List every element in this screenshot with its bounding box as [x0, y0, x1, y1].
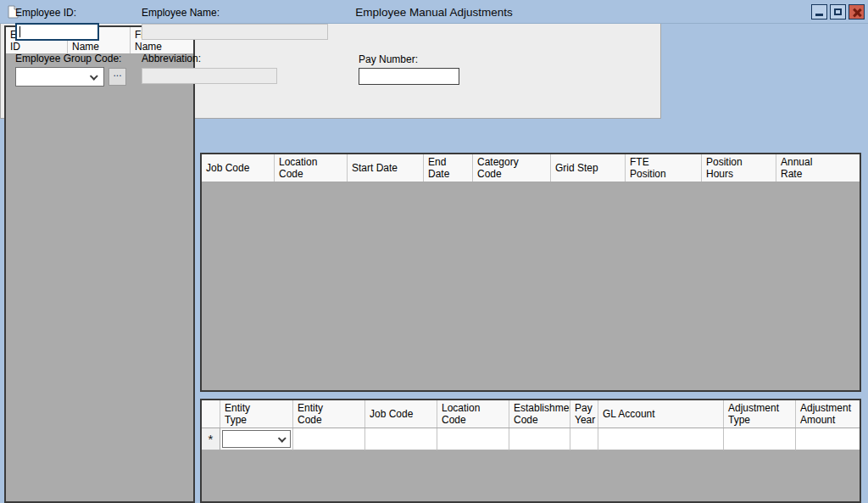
cell-gl-account[interactable] — [598, 428, 724, 450]
cell-establishment-code[interactable] — [509, 428, 570, 450]
column-header-start-date[interactable]: Start Date — [348, 154, 424, 182]
adjustments-grid-panel: Entity Type Entity Code Job Code Locatio… — [200, 399, 861, 503]
employee-id-input[interactable] — [15, 23, 99, 41]
employee-name-label: Employee Name: — [142, 7, 220, 19]
column-header-pay-year[interactable]: Pay Year — [570, 400, 598, 428]
pay-number-label: Pay Number: — [359, 53, 418, 65]
cell-entity-code[interactable] — [293, 428, 365, 450]
positions-grid-panel: Job Code Location Code Start Date End Da… — [200, 153, 861, 392]
titlebar[interactable]: Employee Manual Adjustments — [0, 0, 868, 24]
employee-id-label: Employee ID: — [15, 7, 76, 19]
column-header-job-code[interactable]: Job Code — [365, 400, 437, 428]
abbreviation-input — [142, 68, 277, 84]
close-button[interactable] — [849, 4, 865, 20]
employee-list-panel: Employee ID Last Name First Name — [4, 25, 195, 503]
column-header-category-code[interactable]: Category Code — [473, 154, 551, 182]
cell-entity-type — [220, 428, 293, 450]
column-header-job-code[interactable]: Job Code — [202, 154, 275, 182]
column-header-entity-type[interactable]: Entity Type — [220, 400, 293, 428]
pay-number-input[interactable] — [359, 68, 459, 85]
maximize-button[interactable] — [830, 4, 846, 20]
column-header-establishment-code[interactable]: Establishment Code — [509, 400, 570, 428]
column-header-gl-account[interactable]: GL Account — [598, 400, 724, 428]
adjustments-grid-header: Entity Type Entity Code Job Code Locatio… — [202, 400, 860, 428]
cell-pay-year[interactable] — [570, 428, 598, 450]
cell-adjustment-amount[interactable] — [796, 428, 860, 450]
employee-name-input — [142, 24, 328, 40]
column-header-position-hours[interactable]: Position Hours — [702, 154, 776, 182]
window-title: Employee Manual Adjustments — [0, 0, 868, 24]
column-header-end-date[interactable]: End Date — [424, 154, 473, 182]
column-header-location-code[interactable]: Location Code — [437, 400, 509, 428]
window-controls — [811, 4, 865, 20]
text-caret — [19, 26, 20, 37]
employee-group-code-select[interactable] — [15, 67, 104, 87]
employee-group-code-label: Employee Group Code: — [15, 53, 121, 64]
minimize-icon — [815, 14, 823, 16]
chevron-down-icon — [278, 434, 287, 443]
cell-job-code[interactable] — [365, 428, 437, 450]
minimize-button[interactable] — [811, 4, 827, 20]
cell-location-code[interactable] — [437, 428, 509, 450]
column-header-location-code[interactable]: Location Code — [275, 154, 348, 182]
new-row-indicator[interactable]: * — [202, 428, 220, 450]
cell-adjustment-type[interactable] — [724, 428, 796, 450]
column-header-row-selector — [202, 400, 220, 428]
new-adjustment-row: * — [202, 428, 860, 450]
chevron-down-icon — [90, 72, 98, 81]
column-header-adjustment-amount[interactable]: Adjustment Amount — [796, 400, 860, 428]
column-header-adjustment-type[interactable]: Adjustment Type — [724, 400, 796, 428]
maximize-icon — [834, 8, 842, 15]
browse-button[interactable]: ... — [108, 68, 126, 86]
abbreviation-label: Abbreviation: — [142, 53, 201, 64]
column-header-grid-step[interactable]: Grid Step — [551, 154, 626, 182]
column-header-entity-code[interactable]: Entity Code — [293, 400, 365, 428]
entity-type-select[interactable] — [222, 430, 291, 448]
positions-grid-header: Job Code Location Code Start Date End Da… — [202, 154, 860, 182]
column-header-annual-rate[interactable]: Annual Rate — [776, 154, 860, 182]
column-header-fte-position[interactable]: FTE Position — [626, 154, 702, 182]
